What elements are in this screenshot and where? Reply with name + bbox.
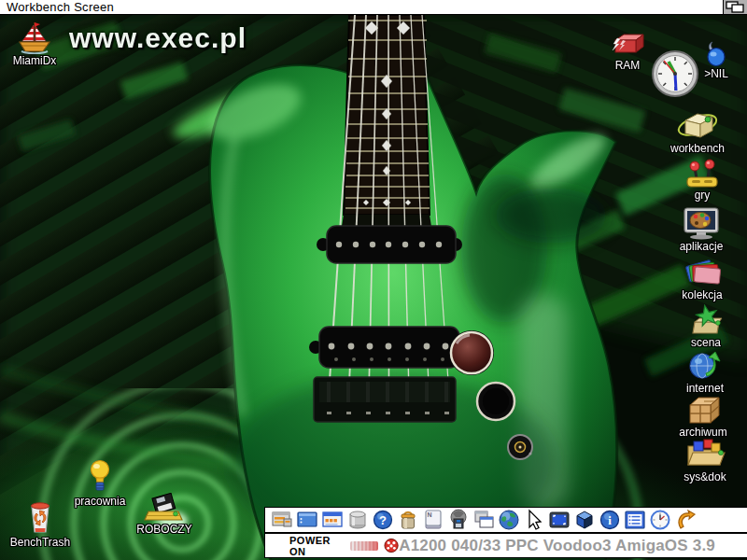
monitor-palette-icon <box>681 206 722 240</box>
dock-item-windows-stack[interactable] <box>471 508 496 532</box>
icon-label: BenchTrash <box>10 537 70 549</box>
redo-arrow-icon <box>674 509 697 531</box>
boing-ball-icon <box>384 538 399 553</box>
star-box-icon <box>686 304 726 336</box>
dock-item-redo-arrow[interactable] <box>672 508 698 532</box>
keyboard-key-n-icon: N <box>422 509 444 531</box>
dock-item-installer-disk[interactable] <box>445 508 471 532</box>
dock-item-clock[interactable] <box>647 508 672 532</box>
workbench-screen: Workbench Screen <box>0 0 747 560</box>
joystick-icon <box>683 159 722 189</box>
dock-item-keyboard-key-n[interactable]: N <box>420 508 445 532</box>
icon-label: MiamiDx <box>13 55 57 67</box>
dock-item-monitor-screen[interactable] <box>546 508 571 532</box>
nil-blob-icon <box>703 39 729 67</box>
lightbulb-icon <box>87 459 113 495</box>
list-window-icon <box>624 509 646 531</box>
analog-clock-icon <box>651 49 699 98</box>
icon-label: kolekcja <box>682 289 722 301</box>
cube-3d-icon <box>573 509 596 531</box>
information-icon: i <box>599 509 621 531</box>
desktop-icon-benchtrash[interactable]: BenchTrash <box>6 498 75 549</box>
dock-item-help[interactable]: ? <box>370 508 395 532</box>
desktop-icon-workbench[interactable]: workbench <box>665 108 730 155</box>
power-slider[interactable] <box>350 541 378 551</box>
dock-clock-icon <box>649 509 671 531</box>
dock-item-storage-drum[interactable] <box>345 508 370 532</box>
depth-icon <box>724 1 746 13</box>
screen-title: Workbench Screen <box>7 0 114 14</box>
icon-label: gry <box>695 189 711 202</box>
globe-arrow-icon <box>686 350 724 382</box>
desktop-icon-kolekcja[interactable]: kolekcja <box>672 257 732 301</box>
svg-text:i: i <box>608 513 612 527</box>
desktop-icon-archiwum[interactable]: archiwum <box>670 394 736 439</box>
icon-label: pracownia <box>75 496 126 508</box>
ram-disk-icon <box>608 31 647 59</box>
dock-item-screen-mode[interactable] <box>294 508 319 532</box>
workbench-drawer-icon <box>675 108 720 142</box>
miamidx-ship-icon <box>16 21 53 54</box>
icon-label: workbench <box>670 143 725 155</box>
dock-item-list-window[interactable] <box>622 508 647 532</box>
storage-drum-icon <box>346 509 369 531</box>
dock-item-prefs-editor[interactable] <box>269 508 294 532</box>
desktop: www.exec.pl MiamiDx <box>0 15 747 560</box>
dock-item-cube-3d[interactable] <box>571 508 597 532</box>
dock-item-trash-canister[interactable] <box>395 508 420 532</box>
monitor-screen-icon <box>548 509 571 531</box>
svg-text:?: ? <box>379 513 387 527</box>
toolbar-prefs-icon <box>321 509 344 531</box>
desktop-icon-aplikacje[interactable]: aplikacje <box>667 206 736 253</box>
icon-label: ROBOCZY <box>136 524 191 536</box>
system-config-text: A1200 040/33 PPC Voodoo3 AmigaOS 3.9 <box>399 537 747 555</box>
dock-item-toolbar-prefs[interactable] <box>319 508 345 532</box>
web-globe-icon <box>498 509 520 531</box>
desktop-icon-roboczy[interactable]: ROBOCZY <box>129 493 200 536</box>
folders-stack-icon <box>681 257 724 288</box>
dock-item-web-globe[interactable] <box>496 508 521 532</box>
exec-logo: www.exec.pl <box>69 22 247 54</box>
system-folder-icon <box>683 437 727 470</box>
crate-icon <box>684 394 723 426</box>
icon-label: sys&dok <box>684 471 726 483</box>
desktop-icon-ram[interactable]: RAM <box>601 31 654 72</box>
clock-widget[interactable] <box>651 49 699 98</box>
status-bar: POWER ON A1200 040/33 PPC Voodoo3 AmigaO… <box>264 533 747 558</box>
dock-item-mouse-pointer[interactable] <box>521 508 546 532</box>
screen-mode-icon <box>296 509 318 531</box>
desktop-icon-internet[interactable]: internet <box>676 350 734 395</box>
dock-item-information[interactable]: i <box>597 508 622 532</box>
floppy-tray-icon <box>143 493 186 523</box>
icon-label: scena <box>691 337 721 349</box>
screen-depth-gadget[interactable] <box>723 0 747 14</box>
installer-disk-icon <box>447 509 470 531</box>
amidock: ? N <box>264 507 747 533</box>
desktop-icon-scena[interactable]: scena <box>678 304 734 349</box>
desktop-icon-gry[interactable]: gry <box>672 159 732 202</box>
windows-stack-icon <box>472 509 495 531</box>
trashcan-icon <box>24 498 56 536</box>
mouse-pointer-icon <box>523 509 545 531</box>
screen-titlebar[interactable]: Workbench Screen <box>0 0 747 15</box>
desktop-icon-sysdok[interactable]: sys&dok <box>672 437 738 483</box>
help-icon: ? <box>372 509 394 531</box>
icon-label: >NIL <box>704 68 728 80</box>
trash-canister-icon <box>397 509 419 531</box>
desktop-icon-pracownia[interactable]: pracownia <box>65 459 134 508</box>
prefs-editor-window-icon <box>271 509 293 531</box>
power-label: POWER ON <box>289 535 347 557</box>
icon-label: RAM <box>615 60 641 72</box>
icon-label: aplikacje <box>680 241 724 253</box>
svg-text:N: N <box>427 511 431 518</box>
desktop-icon-miamidx[interactable]: MiamiDx <box>6 21 63 67</box>
